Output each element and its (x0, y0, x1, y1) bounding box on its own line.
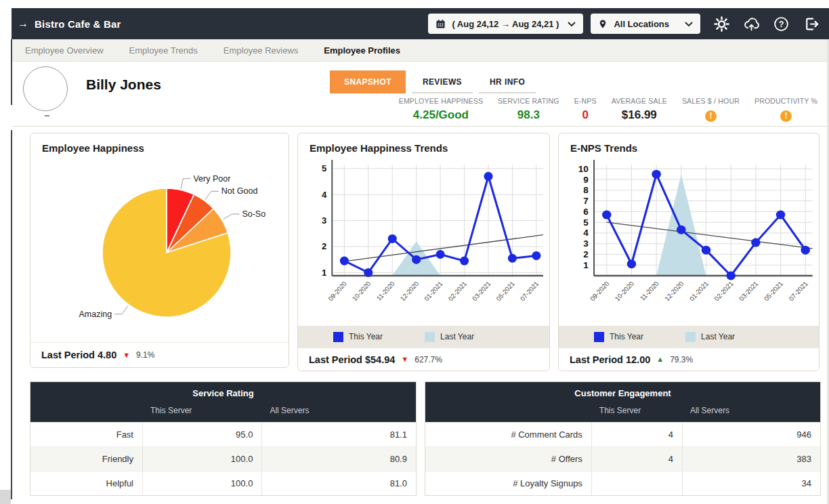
svg-text:8: 8 (583, 186, 589, 196)
svg-text:So-So: So-So (242, 209, 265, 219)
delta-up-icon: ▲ (656, 356, 664, 363)
stat-employee-happiness: EMPLOYEE HAPPINESS4.25/Good (391, 97, 490, 122)
tables-row: Service RatingThis ServerAll ServersFast… (30, 381, 821, 496)
legend-label: Last Year (701, 332, 735, 341)
row-label: # Loyalty Signups (425, 471, 591, 495)
stat-label: SERVICE RATING (498, 97, 559, 105)
svg-text:1: 1 (583, 260, 589, 270)
cell-value: 81.1 (261, 423, 416, 446)
profile-tabs: SNAPSHOTREVIEWSHR INFO (330, 70, 542, 93)
card-footer: Last Period $54.94▼627.7% (298, 348, 549, 371)
delta-percent: 9.1% (136, 350, 154, 360)
svg-text:11-2020: 11-2020 (375, 280, 396, 302)
stat-value: $16.99 (612, 108, 667, 122)
left-border-line (11, 39, 12, 105)
stat-value: ! (754, 108, 817, 122)
cell-value: 95.0 (142, 423, 261, 446)
cell-value: 80.9 (261, 447, 416, 471)
column-header-blank (425, 406, 591, 415)
delta-down-icon: ▼ (401, 356, 408, 363)
table-header: Service RatingThis ServerAll Servers (30, 382, 416, 422)
settings-button[interactable] (713, 16, 730, 33)
last-period-value: Last Period $54.94 (309, 354, 395, 365)
scrollbar-corner[interactable] (0, 490, 11, 504)
date-range-selector[interactable]: ( Aug 24,12 → Aug 24,21 ) (428, 14, 583, 34)
svg-text:1: 1 (322, 268, 326, 278)
card-title: Employee Happiness Trends (298, 133, 549, 155)
enps-trends-card: E-NPS Trends 1234567891009-202010-202011… (558, 133, 820, 371)
svg-text:7: 7 (583, 196, 589, 206)
row-label: # Comment Cards (425, 423, 591, 446)
legend-label: This Year (349, 332, 383, 341)
svg-text:?: ? (779, 19, 784, 28)
table-customer-engagement: Customer EngagementThis ServerAll Server… (425, 381, 821, 496)
stats-row: EMPLOYEE HAPPINESS4.25/GoodSERVICE RATIN… (391, 97, 825, 122)
cell-value: 81.0 (261, 471, 416, 495)
svg-text:01-2021: 01-2021 (423, 280, 444, 302)
svg-text:03-2021: 03-2021 (471, 280, 492, 302)
svg-text:02-2021: 02-2021 (713, 280, 735, 302)
brand-title: Bistro Cafe & Bar (35, 18, 121, 30)
nav-tab-employee-profiles[interactable]: Employee Profiles (324, 45, 400, 56)
card-title: Employee Happiness (30, 133, 289, 155)
table-row: Fast95.081.1 (30, 422, 416, 446)
column-header-this-server: This Server (142, 406, 261, 415)
nav-tab-employee-trends[interactable]: Employee Trends (129, 45, 198, 56)
stat-value: ! (682, 108, 740, 122)
chart-cards-row: Employee Happiness Very PoorNot GoodSo-S… (30, 133, 820, 371)
svg-text:3: 3 (322, 215, 326, 226)
table-title: Service Rating (30, 388, 416, 398)
svg-text:4: 4 (322, 190, 327, 200)
legend-swatch (594, 332, 604, 342)
stat-sales-hour: SALES $ / HOUR! (675, 97, 747, 122)
profile-tab-hr-info[interactable]: HR INFO (479, 70, 536, 93)
stat-average-sale: AVERAGE SALE$16.99 (604, 97, 675, 122)
cell-value: 100.0 (142, 447, 261, 471)
location-pin-icon (598, 19, 608, 29)
table-row: Helpful100.081.0 (30, 471, 416, 495)
avatar-caption-dash (45, 115, 49, 117)
last-period-value: Last Period 4.80 (41, 350, 116, 360)
legend-item-last-year: Last Year (425, 332, 474, 342)
chevron-down-icon (685, 22, 693, 26)
legend-label: This Year (610, 332, 643, 341)
row-label: Friendly (30, 447, 142, 471)
table-row: # Offers4383 (425, 446, 820, 471)
svg-text:03-2021: 03-2021 (738, 280, 760, 302)
cell-value: 100.0 (142, 471, 261, 495)
column-header-all-servers: All Servers (682, 406, 820, 415)
profile-tab-reviews[interactable]: REVIEWS (412, 70, 473, 93)
svg-text:10-2020: 10-2020 (351, 280, 373, 302)
legend-item-this-year: This Year (594, 332, 643, 342)
table-row: # Loyalty Signups34 (425, 471, 820, 495)
cell-value: 34 (682, 471, 820, 495)
stat-service-rating: SERVICE RATING98.3 (490, 97, 567, 122)
logout-button[interactable] (803, 16, 820, 33)
legend-swatch (685, 332, 696, 342)
delta-down-icon: ▼ (123, 352, 130, 359)
svg-text:6: 6 (583, 207, 589, 217)
legend-item-last-year: Last Year (685, 332, 735, 342)
location-selector[interactable]: All Locations (591, 14, 700, 34)
warning-icon: ! (780, 110, 792, 122)
delta-percent: 79.3% (670, 355, 693, 364)
svg-text:01-2021: 01-2021 (688, 280, 710, 302)
chevron-down-icon (568, 22, 576, 26)
nav-tab-employee-overview[interactable]: Employee Overview (25, 45, 104, 56)
cell-value: 946 (682, 423, 820, 446)
legend-item-this-year: This Year (333, 332, 383, 342)
cloud-upload-button[interactable] (743, 16, 760, 33)
employee-happiness-pie-chart: Very PoorNot GoodSo-SoAmazing (30, 155, 289, 342)
help-button[interactable]: ? (773, 16, 790, 33)
calendar-icon (435, 19, 446, 29)
date-range-label: ( Aug 24,12 → Aug 24,21 ) (452, 19, 559, 29)
employee-happiness-trends-card: Employee Happiness Trends 1234509-202010… (297, 133, 550, 371)
svg-text:3: 3 (583, 238, 589, 249)
sidebar-toggle-arrow-icon[interactable]: → (18, 18, 28, 30)
nav-tab-employee-reviews[interactable]: Employee Reviews (224, 45, 299, 56)
nav-tabs: Employee OverviewEmployee TrendsEmployee… (12, 39, 829, 62)
profile-tab-snapshot[interactable]: SNAPSHOT (330, 70, 406, 93)
card-title: E-NPS Trends (559, 133, 819, 155)
chart-legend: This YearLast Year (298, 326, 549, 348)
card-footer: Last Period 4.80▼9.1% (30, 342, 289, 367)
